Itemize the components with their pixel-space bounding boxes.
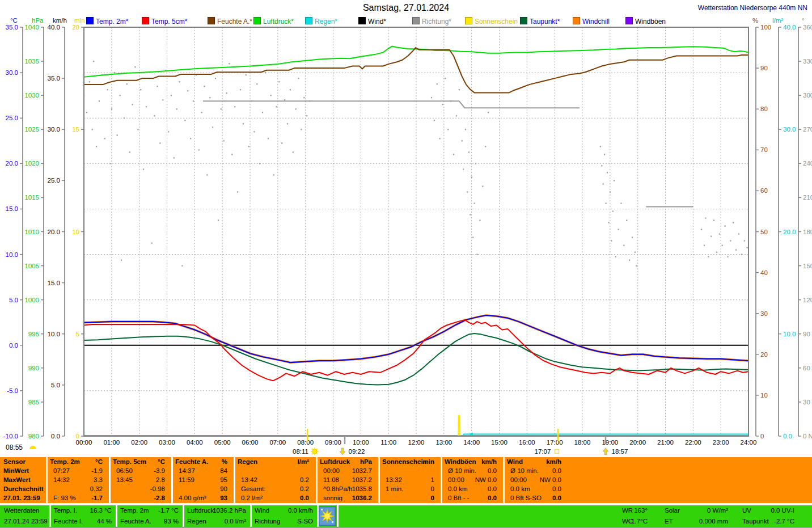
- table-cell-value: 0.2: [238, 475, 309, 484]
- axis-tick-label: 20.0: [783, 229, 796, 235]
- axis-tick-label: 270 W: [803, 126, 812, 133]
- richtung-scatter-dot: [472, 237, 473, 238]
- axis-tick-label: 5: [76, 331, 79, 337]
- richtung-scatter-dot: [439, 138, 441, 139]
- richtung-scatter-dot: [154, 115, 155, 116]
- axis-unit-label: °: [802, 17, 805, 24]
- status-bar: Wetterdaten27.01.24 23:59Temp. I.16.3 °C…: [0, 505, 812, 527]
- table-row-label: MaxWert: [3, 475, 44, 484]
- richtung-scatter-dot: [159, 142, 160, 143]
- richtung-scatter-dot: [738, 234, 739, 235]
- axis-tick-label: 30.0: [783, 126, 796, 133]
- x-tick-label: 21:00: [657, 439, 674, 446]
- richtung-scatter-dot: [209, 97, 210, 98]
- axis-tick-label: 25.0: [48, 177, 60, 184]
- richtung-scatter-dot: [174, 157, 175, 158]
- richtung-scatter-dot: [604, 154, 605, 155]
- table-col-unit: min: [382, 457, 434, 466]
- richtung-scatter-dot: [256, 83, 257, 85]
- table-cell-value: 0.0: [507, 484, 561, 493]
- sunrise-sun-icon: [316, 449, 318, 450]
- richtung-scatter-dot: [442, 104, 443, 105]
- richtung-scatter-dot: [301, 129, 302, 130]
- axis-tick-label: 1020: [24, 160, 39, 167]
- richtung-scatter-dot: [601, 165, 602, 166]
- x-tick-label: 09:00: [325, 439, 341, 446]
- richtung-scatter-dot: [117, 134, 118, 136]
- table-column-separator: [503, 457, 505, 503]
- statusbar-value: -1.7°C: [620, 516, 648, 527]
- statusbar-value: 163°: [620, 505, 648, 516]
- axis-tick-label: 15.0: [6, 205, 18, 212]
- axis-tick-label: 180 S: [803, 229, 812, 235]
- x-tick-label: 04:00: [187, 439, 203, 446]
- x-tick-label: 07:00: [269, 439, 286, 446]
- richtung-scatter-dot: [281, 142, 282, 143]
- x-tick-label: 13:00: [435, 439, 452, 446]
- richtung-scatter-dot: [474, 202, 475, 204]
- richtung-scatter-dot: [744, 240, 745, 242]
- axis-tick-label: 210: [803, 194, 812, 201]
- richtung-scatter-dot: [615, 256, 616, 257]
- x-tick-label: 05:00: [214, 439, 231, 446]
- table-cell-value: 0.0: [445, 493, 497, 502]
- axis-tick-label: 980: [28, 433, 39, 440]
- richtung-scatter-dot: [93, 61, 94, 62]
- table-col-unit: l/m²: [238, 457, 309, 466]
- richtung-scatter-dot: [462, 140, 463, 141]
- table-cell-value: 1032.7: [320, 466, 372, 475]
- richtung-scatter-dot: [204, 86, 205, 87]
- axis-tick-label: 20.0: [6, 160, 18, 167]
- marker-time-label: 08:11: [293, 448, 308, 455]
- axis-unit-label: km/h: [53, 17, 67, 24]
- richtung-scatter-dot: [747, 247, 748, 248]
- marker-time-label: 17:07: [535, 448, 551, 455]
- axis-tick-label: 40.0: [48, 24, 60, 31]
- x-tick-label: 08:00: [297, 439, 314, 446]
- richtung-scatter-dot: [86, 112, 87, 113]
- table-cell-value: 0.0: [238, 493, 309, 502]
- axis-unit-label: min: [74, 17, 85, 24]
- statusbar-separator: [183, 505, 184, 527]
- axis-tick-label: 1025: [24, 126, 39, 133]
- richtung-scatter-dot: [629, 260, 630, 261]
- x-tick-label: 23:00: [713, 439, 729, 446]
- marker-time-label: 09:22: [349, 448, 365, 455]
- richtung-scatter-dot: [109, 163, 111, 164]
- axis-tick-label: 990: [28, 365, 39, 371]
- table-cell-value: 93: [175, 493, 227, 502]
- richtung-scatter-dot: [226, 92, 227, 94]
- table-cell-value: 0.2: [238, 484, 309, 493]
- richtung-scatter-dot: [600, 146, 601, 147]
- table-cell-value: 0.0: [507, 466, 561, 475]
- sunrise-sun-icon: [312, 453, 313, 454]
- axis-tick-label: 330: [803, 58, 812, 65]
- richtung-scatter-dot: [237, 191, 238, 192]
- richtung-scatter-dot: [99, 100, 100, 102]
- richtung-scatter-dot: [434, 120, 435, 121]
- richtung-scatter-dot: [470, 214, 471, 215]
- richtung-scatter-dot: [137, 129, 138, 130]
- richtung-scatter-dot: [445, 78, 446, 79]
- table-row-label: Durchschnitt: [3, 484, 44, 493]
- richtung-scatter-dot: [212, 126, 213, 128]
- statusbar-value: -2.7 °C: [740, 516, 794, 527]
- axis-tick-label: 240: [803, 160, 812, 167]
- statusbar-separator: [250, 505, 252, 527]
- richtung-scatter-dot: [465, 129, 466, 130]
- table-col-unit: %: [175, 457, 227, 466]
- axis-tick-label: 30.0: [48, 126, 60, 133]
- x-tick-label: 11:00: [380, 439, 396, 446]
- richtung-scatter-dot: [471, 176, 472, 178]
- table-row-label: Sensor: [3, 457, 44, 466]
- statusbar-value: 16.3 °C: [52, 505, 112, 516]
- axis-tick-label: 360 N: [803, 24, 812, 31]
- richtung-scatter-dot: [635, 252, 636, 253]
- richtung-scatter-dot: [221, 108, 222, 109]
- richtung-scatter-dot: [488, 112, 489, 113]
- axis-unit-label: l/m²: [772, 17, 783, 24]
- axis-tick-label: 15: [72, 126, 79, 133]
- axis-tick-label: 20: [72, 24, 79, 31]
- richtung-scatter-dot: [151, 243, 153, 244]
- x-tick-label: 10:00: [353, 439, 369, 446]
